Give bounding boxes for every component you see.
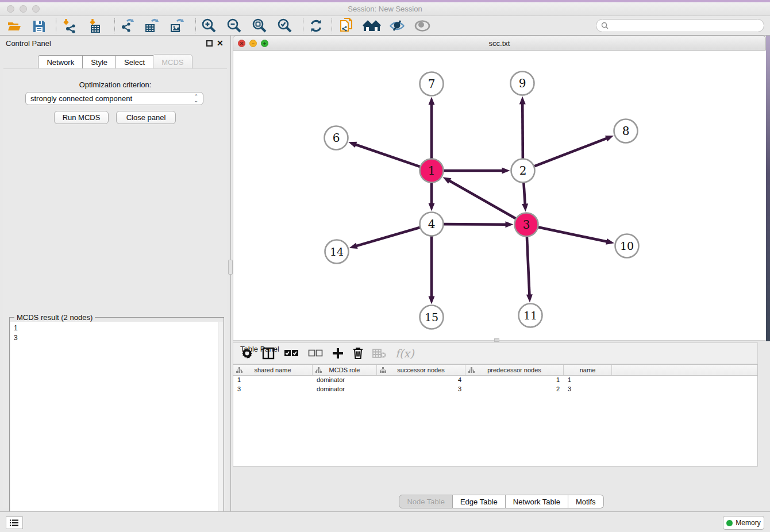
edge-1-6[interactable]: [355, 144, 421, 167]
horizontal-splitter-grip[interactable]: [494, 338, 499, 342]
edge-4-3[interactable]: [443, 224, 506, 225]
node-label-8: 8: [622, 124, 630, 138]
close-panel-button[interactable]: Close panel: [116, 111, 176, 124]
task-history-button[interactable]: [6, 516, 23, 529]
zoom-selected-icon[interactable]: [275, 17, 294, 34]
edge-2-9[interactable]: [522, 103, 523, 159]
edge-2-3[interactable]: [523, 182, 525, 205]
node-label-4: 4: [428, 217, 436, 231]
optimization-criterion-select[interactable]: strongly connected component ⌃⌄: [25, 92, 203, 105]
delete-table-icon[interactable]: [372, 348, 386, 358]
edge-arrowhead: [522, 203, 528, 211]
node-label-2: 2: [519, 164, 527, 178]
mcds-result-text[interactable]: 1 3: [10, 322, 218, 532]
memory-label: Memory: [736, 519, 760, 527]
hierarchy-icon: [236, 367, 242, 373]
save-session-icon[interactable]: [29, 17, 48, 34]
export-image-icon[interactable]: [167, 17, 187, 34]
column-header-label: shared name: [254, 367, 291, 373]
column-header-successor-nodes[interactable]: successor nodes: [377, 365, 465, 375]
import-table-icon[interactable]: [86, 17, 105, 34]
table-cell[interactable]: dominator: [313, 376, 377, 385]
table-cell[interactable]: 2: [465, 385, 564, 394]
window-titlebar[interactable]: Session: New Session: [0, 2, 770, 16]
clone-network-icon[interactable]: [337, 17, 356, 34]
select-all-columns-icon[interactable]: [284, 349, 299, 357]
run-mcds-button[interactable]: Run MCDS: [54, 111, 109, 124]
node-label-1: 1: [428, 164, 436, 178]
main-toolbar: [0, 16, 770, 36]
list-icon: [10, 519, 19, 527]
edge-arrowhead: [443, 177, 452, 184]
table-cell[interactable]: 4: [377, 376, 465, 385]
tab-node-table[interactable]: Node Table: [399, 495, 453, 508]
import-network-icon[interactable]: [60, 17, 79, 34]
edge-3-1[interactable]: [449, 180, 516, 219]
table-cell[interactable]: 3: [564, 385, 612, 394]
table-cell[interactable]: 1: [564, 376, 612, 385]
refresh-icon[interactable]: [306, 17, 326, 34]
export-table-icon[interactable]: [142, 17, 161, 34]
tab-style[interactable]: Style: [82, 55, 116, 70]
edge-arrowhead: [605, 136, 614, 141]
tab-mcds[interactable]: MCDS: [153, 54, 192, 70]
vertical-splitter-grip[interactable]: [228, 260, 233, 275]
table-cell[interactable]: 3: [377, 385, 465, 394]
edge-4-14[interactable]: [356, 228, 420, 246]
search-icon: [601, 22, 609, 29]
edge-3-11[interactable]: [527, 236, 530, 295]
table-cell[interactable]: 1: [233, 376, 313, 385]
tab-network[interactable]: Network: [38, 55, 82, 70]
column-header-label: MCDS role: [329, 367, 360, 373]
mcds-result-scrollbar[interactable]: [218, 322, 223, 532]
zoom-out-icon[interactable]: [224, 17, 244, 34]
function-builder-icon[interactable]: f(x): [395, 347, 414, 360]
column-header-shared-name[interactable]: shared name: [233, 365, 313, 375]
table-cell[interactable]: dominator: [313, 385, 377, 394]
tab-edge-table[interactable]: Edge Table: [453, 495, 506, 508]
close-panel-icon[interactable]: ✕: [217, 40, 224, 47]
mcds-result-group-title: MCDS result (2 nodes): [14, 313, 95, 322]
tab-select[interactable]: Select: [116, 55, 153, 70]
delete-columns-trash-icon[interactable]: [353, 347, 363, 360]
tab-motifs[interactable]: Motifs: [568, 495, 604, 508]
export-network-icon[interactable]: [117, 17, 137, 34]
table-cell[interactable]: 3: [233, 385, 313, 394]
edge-arrowhead: [429, 296, 435, 304]
tab-network-table[interactable]: Network Table: [506, 495, 568, 508]
table-row[interactable]: 1dominator411: [233, 376, 757, 385]
unselect-all-columns-icon[interactable]: [308, 349, 323, 357]
network-canvas[interactable]: 7968124314101511: [233, 51, 766, 341]
memory-button[interactable]: Memory: [723, 516, 764, 530]
node-table[interactable]: shared nameMCDS rolesuccessor nodesprede…: [233, 364, 758, 467]
toolbar-separator: [195, 18, 196, 33]
toolbar-separator: [303, 18, 303, 33]
edge-3-10[interactable]: [538, 227, 607, 242]
search-field[interactable]: [596, 19, 764, 32]
column-header-MCDS-role[interactable]: MCDS role: [313, 365, 377, 375]
table-row[interactable]: 3dominator323: [233, 385, 757, 394]
show-panel-eye-icon[interactable]: [413, 17, 432, 34]
float-panel-icon[interactable]: [206, 40, 213, 47]
hierarchy-icon: [315, 367, 322, 373]
open-session-icon[interactable]: [5, 17, 24, 34]
fit-content-icon[interactable]: [249, 17, 269, 34]
edge-arrowhead: [526, 294, 533, 302]
search-input[interactable]: [611, 22, 764, 30]
zoom-in-icon[interactable]: [199, 17, 218, 34]
hide-panel-eye-icon[interactable]: [387, 17, 407, 34]
application-window: Session: New Session: [0, 0, 770, 532]
network-graph[interactable]: 7968124314101511: [233, 51, 765, 340]
node-label-9: 9: [519, 76, 526, 90]
table-cell[interactable]: 1: [465, 376, 564, 385]
add-column-icon[interactable]: [332, 348, 344, 359]
open-ndex-icon[interactable]: [362, 17, 382, 34]
edge-2-8[interactable]: [534, 138, 607, 166]
column-header-predecessor-nodes[interactable]: predecessor nodes: [465, 365, 564, 375]
column-header-name[interactable]: name: [564, 365, 612, 375]
select-stepper-icon: ⌃⌄: [194, 95, 198, 103]
network-window-titlebar[interactable]: ✕ − + scc.txt: [233, 36, 766, 51]
node-label-15: 15: [425, 311, 438, 323]
edge-arrowhead: [429, 203, 435, 211]
edge-arrowhead: [349, 243, 358, 249]
